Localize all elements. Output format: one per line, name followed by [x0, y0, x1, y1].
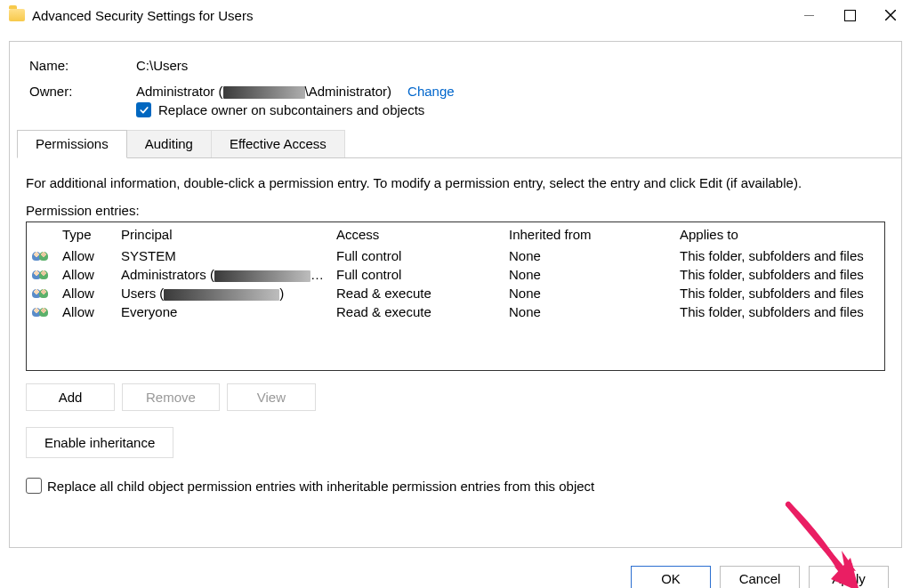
tab-strip: Permissions Auditing Effective Access	[17, 130, 901, 158]
tab-body-permissions: For additional information, double-click…	[10, 158, 901, 494]
cell-inherited: None	[504, 246, 674, 265]
enable-inheritance-button[interactable]: Enable inheritance	[26, 427, 173, 458]
cell-principal: Users ()	[116, 284, 331, 302]
owner-value-suffix: \Administrator)	[305, 84, 392, 99]
replace-all-checkbox[interactable]	[26, 478, 42, 494]
col-access-header[interactable]: Access	[331, 222, 504, 246]
col-type-header[interactable]: Type	[57, 222, 116, 246]
table-row[interactable]: AllowUsers ()Read & executeNoneThis fold…	[27, 284, 884, 302]
dialog-footer: OK Cancel Apply	[631, 566, 889, 588]
close-icon	[885, 10, 896, 20]
tab-effective-access[interactable]: Effective Access	[212, 130, 345, 157]
add-button[interactable]: Add	[26, 383, 115, 411]
cell-type: Allow	[57, 265, 116, 284]
entries-label: Permission entries:	[26, 203, 885, 218]
cell-access: Read & execute	[331, 284, 504, 302]
cell-type: Allow	[57, 246, 116, 265]
table-row[interactable]: AllowSYSTEMFull controlNoneThis folder, …	[27, 246, 884, 265]
cell-inherited: None	[504, 302, 674, 321]
cell-applies: This folder, subfolders and files	[674, 246, 884, 265]
entry-buttons-row: Add Remove View	[26, 383, 885, 411]
cell-access: Full control	[331, 265, 504, 284]
redacted-text	[223, 86, 305, 99]
table-row[interactable]: AllowAdministrators (…Full controlNoneTh…	[27, 265, 884, 284]
owner-value-prefix: Administrator (	[136, 84, 223, 99]
owner-value: Administrator (\Administrator)	[136, 84, 391, 99]
cell-principal: Administrators (…	[116, 265, 331, 284]
table-row[interactable]: AllowEveryoneRead & executeNoneThis fold…	[27, 302, 884, 321]
cell-principal: SYSTEM	[116, 246, 331, 265]
cell-applies: This folder, subfolders and files	[674, 265, 884, 284]
cell-type: Allow	[57, 284, 116, 302]
permission-entries-table: Type Principal Access Inherited from App…	[27, 222, 884, 321]
explain-text: For additional information, double-click…	[26, 174, 885, 192]
replace-owner-label: Replace owner on subcontainers and objec…	[158, 102, 424, 117]
window-close-button[interactable]	[870, 0, 911, 30]
permission-entries-list[interactable]: Type Principal Access Inherited from App…	[26, 222, 885, 371]
remove-button[interactable]: Remove	[122, 383, 220, 411]
owner-label: Owner:	[29, 84, 136, 99]
cell-type: Allow	[57, 302, 116, 321]
tab-permissions[interactable]: Permissions	[17, 130, 127, 158]
name-value: C:\Users	[136, 58, 188, 73]
window-maximize-button[interactable]	[829, 0, 870, 30]
table-header-row: Type Principal Access Inherited from App…	[27, 222, 884, 246]
redacted-text	[164, 289, 279, 301]
dialog-body: Name: C:\Users Owner: Administrator (\Ad…	[9, 41, 902, 548]
replace-owner-checkbox[interactable]	[136, 102, 151, 117]
window-minimize-button[interactable]	[788, 0, 829, 30]
name-label: Name:	[29, 58, 136, 73]
view-button[interactable]: View	[227, 383, 316, 411]
col-applies-header[interactable]: Applies to	[674, 222, 884, 246]
apply-button[interactable]: Apply	[809, 566, 889, 588]
cell-inherited: None	[504, 284, 674, 302]
cell-inherited: None	[504, 265, 674, 284]
replace-owner-row: Replace owner on subcontainers and objec…	[10, 102, 901, 117]
owner-row: Owner: Administrator (\Administrator) Ch…	[10, 84, 901, 99]
check-icon	[139, 105, 149, 116]
redacted-text	[214, 270, 310, 282]
cell-access: Full control	[331, 246, 504, 265]
group-icon	[32, 304, 50, 317]
window-titlebar: Advanced Security Settings for Users	[0, 0, 911, 30]
window-title: Advanced Security Settings for Users	[32, 8, 253, 23]
cancel-button[interactable]: Cancel	[720, 566, 800, 588]
ok-button[interactable]: OK	[631, 566, 711, 588]
group-icon	[32, 248, 50, 261]
cell-access: Read & execute	[331, 302, 504, 321]
change-owner-link[interactable]: Change	[407, 84, 455, 99]
tab-auditing[interactable]: Auditing	[127, 130, 212, 157]
folder-icon	[9, 9, 25, 21]
cell-applies: This folder, subfolders and files	[674, 284, 884, 302]
col-principal-header[interactable]: Principal	[116, 222, 331, 246]
name-row: Name: C:\Users	[10, 58, 901, 73]
cell-applies: This folder, subfolders and files	[674, 302, 884, 321]
replace-all-label: Replace all child object permission entr…	[47, 479, 594, 494]
group-icon	[32, 267, 50, 279]
group-icon	[32, 286, 50, 298]
cell-principal: Everyone	[116, 302, 331, 321]
replace-all-row: Replace all child object permission entr…	[26, 478, 885, 494]
col-inherited-header[interactable]: Inherited from	[504, 222, 674, 246]
